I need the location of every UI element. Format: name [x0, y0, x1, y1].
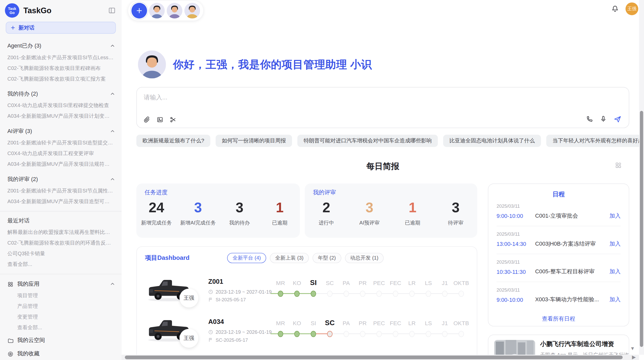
suggestion-chip[interactable]: 欧洲新规最近颁布了什么? [136, 135, 210, 147]
stat-ai-pre-review: 3AI预评审 [353, 199, 386, 227]
greeting: 你好，王强，我是你的项目管理助理 小识 [138, 51, 372, 79]
layout-grid-icon[interactable] [615, 162, 622, 169]
scroll-down-arrow[interactable]: ▼ [630, 346, 635, 351]
horizontal-scrollbar-thumb[interactable] [125, 355, 623, 359]
assistant-avatar [138, 51, 166, 79]
image-icon[interactable] [156, 116, 163, 123]
event-date: 2025/03/11 [496, 260, 621, 264]
event-name: X003-车辆动力学性能验... [535, 296, 609, 303]
suggestion-chip[interactable]: 特朗普可能对进口汽车增税会对中国车企造成哪些影响 [297, 135, 438, 147]
card-title: 任务进度 [144, 189, 167, 196]
join-link[interactable]: 加入 [609, 296, 621, 303]
stat-new-done: 24新增完成任务 [140, 199, 173, 227]
plus-icon [10, 25, 16, 31]
project-row[interactable]: 王强 A034 2023-12-19 ~ 2026-01-19 SC-2025-… [145, 317, 469, 343]
sidebar-item[interactable]: A034-全新新能源MUV产品开发项目法规符合性评审 [0, 161, 122, 167]
app-link-change-mgmt[interactable]: 变更管理 [0, 314, 122, 320]
stat-review-overdue: 1已逾期 [396, 199, 429, 227]
stat-my-todo: 3我的待办 [223, 199, 256, 227]
sidebar-item[interactable]: C02-飞腾新能源轻客改款项目立项汇报方案 [0, 76, 122, 82]
chat-input[interactable]: 请输入... [136, 87, 629, 128]
clock-icon [208, 330, 213, 335]
sidebar-item[interactable]: C02-飞腾新能源轻客改款项目里程碑画布 [0, 65, 122, 71]
stat-in-progress: 2进行中 [310, 199, 343, 227]
new-chat-label: 新对话 [19, 24, 35, 31]
sidebar-item[interactable]: A034-全新新能源MUV产品开发项目造型可行性评审 [0, 199, 122, 205]
input-tools-right [586, 115, 621, 123]
sidebar-item[interactable]: Z001-全新燃油轻卡产品开发项目SI节点属性5D文件评审 [0, 188, 122, 194]
filter-chip-active[interactable]: 全新平台 (4) [227, 253, 266, 263]
scissors-icon[interactable] [170, 116, 177, 123]
sidebar-section-ai-review[interactable]: AI评审 (3) [0, 128, 122, 135]
filter-chip[interactable]: 动总开发 (1) [345, 253, 384, 263]
event-time: 10:30-11:30 [496, 269, 535, 275]
event-time: 9:00-10:00 [496, 297, 535, 303]
vertical-scrollbar-thumb[interactable] [640, 111, 643, 347]
add-agent-button[interactable] [131, 3, 147, 18]
milestone-dot [426, 331, 431, 337]
chevron-up-icon [110, 92, 115, 96]
apps-view-all[interactable]: 查看全部... [0, 325, 122, 331]
sidebar: Task Go TaskGo 新对话 Agent已办 (3) Z001-全新燃油… [0, 0, 122, 360]
sidebar-section-my-todo[interactable]: 我的待办 (2) [0, 90, 122, 98]
scroll-right-arrow[interactable]: ▶ [632, 355, 636, 359]
sidebar-item[interactable]: Z001-全新燃油皮卡产品开发项目SI节点Lesson Learn报告 [0, 55, 122, 61]
folder-icon [7, 337, 13, 343]
sidebar-item-favorites[interactable]: 我的收藏 [0, 350, 122, 357]
sidebar-section-agent-done[interactable]: Agent已办 (3) [0, 42, 122, 50]
milestone-dot-done [278, 291, 283, 297]
recent-conversation-item[interactable]: 解释最新出台的欧盟报废车法规再生塑料比例被调至15%... [0, 230, 122, 235]
recent-view-all[interactable]: 查看全部... [0, 262, 122, 267]
filter-chip[interactable]: 全新上装 (3) [270, 253, 309, 263]
agent-avatar-strip [128, 1, 203, 21]
recent-conversation-item[interactable]: C02-飞腾新能源轻客改款项目的闭环通告反馈情况 [0, 240, 122, 246]
agent-avatar[interactable] [167, 3, 182, 18]
project-code: A034 [208, 318, 271, 325]
new-chat-button[interactable]: 新对话 [6, 22, 116, 34]
mic-icon[interactable] [600, 115, 607, 123]
milestone-dot-overdue [327, 331, 332, 337]
join-link[interactable]: 加入 [609, 268, 621, 275]
sidebar-item[interactable]: A034-全新新能源MUV产品开发项目计划变更表编写 [0, 113, 122, 119]
project-row[interactable]: 王强 Z001 2023-12-19 ~ 2027-01-19 SI-2025-… [145, 277, 469, 303]
app-link-product-mgmt[interactable]: 产品管理 [0, 303, 122, 309]
divider [0, 211, 122, 212]
join-link[interactable]: 加入 [609, 240, 621, 248]
collapse-sidebar-icon[interactable] [108, 7, 116, 14]
dashboard-filters: 全新平台 (4) 全新上装 (3) 年型 (2) 动总开发 (1) [227, 253, 384, 263]
milestone-dot [442, 331, 447, 337]
schedule-card: 日程 2025/03/11 9:00-10:00 C001-立项审批会 加入 2… [488, 184, 629, 326]
notification-bell-icon[interactable] [611, 5, 619, 13]
milestone-dot-done [294, 331, 300, 337]
view-all-schedule-link[interactable]: 查看所有日程 [496, 315, 621, 323]
vertical-scrollbar[interactable] [639, 0, 644, 355]
chevron-up-icon [110, 282, 115, 287]
phone-icon[interactable] [586, 115, 593, 123]
suggestion-chip[interactable]: 如何写一份清晰的项目周报 [216, 135, 292, 147]
agent-avatar[interactable] [149, 3, 165, 18]
sidebar-section-my-review[interactable]: 我的评审 (2) [0, 176, 122, 183]
sidebar-item-my-apps[interactable]: 我的应用 [0, 280, 122, 288]
paperclip-icon[interactable] [143, 116, 150, 123]
app-link-project-mgmt[interactable]: 项目管理 [0, 293, 122, 298]
recent-conversation-item[interactable]: 公司Q3轻卡销量 [0, 251, 122, 257]
join-link[interactable]: 加入 [609, 212, 621, 220]
sidebar-item[interactable]: C0X4-动力总成开发项目工程变更评审 [0, 151, 122, 157]
horizontal-scrollbar[interactable] [122, 355, 639, 360]
user-avatar[interactable]: 王强 [625, 3, 638, 15]
suggestion-chip[interactable]: 当下年轻人对汽车外观有怎样的喜好趋势 [546, 135, 644, 147]
sidebar-item[interactable]: Z001-全新燃油轻卡产品开发项目SI造型提交物评审 [0, 140, 122, 146]
suggestion-chip[interactable]: 比亚迪全固态电池计划具体说了什么 [443, 135, 541, 147]
agent-avatar[interactable] [184, 3, 200, 18]
topbar-right: 王强 [611, 3, 638, 15]
send-icon[interactable] [614, 115, 622, 123]
divider [0, 274, 122, 274]
greeting-text: 你好，王强，我是你的项目管理助理 小识 [173, 57, 372, 72]
project-dates: 2023-12-19 ~ 2027-01-19 [216, 289, 272, 295]
milestone-dot [376, 331, 382, 337]
plus-icon [136, 7, 143, 14]
sidebar-item[interactable]: C0X4-动力总成开发项目SI里程碑提交物检查 [0, 103, 122, 109]
filter-chip[interactable]: 年型 (2) [313, 253, 341, 263]
milestone-timeline: MR KO SI SC PA PR PEC FEC LR LS J1 OKTB [272, 319, 470, 344]
sidebar-item-cloud-space[interactable]: 我的云空间 [0, 337, 122, 344]
